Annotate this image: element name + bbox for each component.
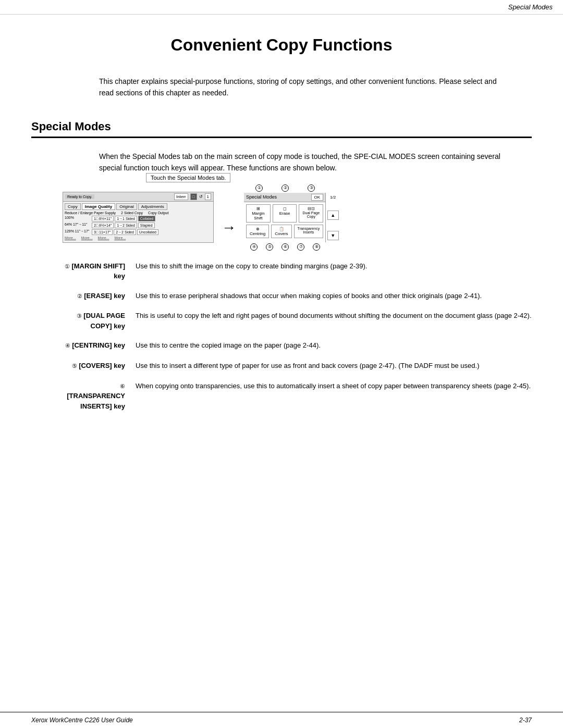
sp-row-2: ⊕ Centring 📋 Covers Transparency Inserts <box>246 225 323 238</box>
panel-ready-text: Ready to Copy. <box>65 194 94 199</box>
panel-row-3: 129% 11"→17" 3□ 11×17" 2→2 Sided Uncolla… <box>65 229 212 235</box>
diagram-flex: Ready to Copy. Interr □ ↺ 1 Copy Image Q… <box>63 184 532 251</box>
right-arrow-icon: → <box>222 219 236 236</box>
desc-key-1: ① [MARGIN SHIFT]key <box>31 261 136 281</box>
num-6: ⑥ <box>282 243 289 251</box>
desc-key-2: ② [ERASE] key <box>31 291 136 301</box>
btn-collated[interactable]: Collated <box>138 216 156 221</box>
desc-val-5: Use this to insert a different type of p… <box>136 361 532 372</box>
intro-paragraph: This chapter explains special-purpose fu… <box>99 76 500 99</box>
desc-item-3: ③ [DUAL PAGECOPY] key This is useful to … <box>31 311 532 331</box>
desc-item-1: ① [MARGIN SHIFT]key Use this to shift th… <box>31 261 532 281</box>
tab-original[interactable]: Original <box>116 203 137 210</box>
erase-btn[interactable]: ◻ Erase <box>273 204 297 223</box>
page-indicator: 1/2 <box>330 195 336 200</box>
panel-top-bar: Ready to Copy. Interr □ ↺ 1 <box>63 192 213 202</box>
desc-key-3: ③ [DUAL PAGECOPY] key <box>31 311 136 331</box>
top-bar: Special Modes <box>0 0 563 15</box>
page-content: Convenient Copy Functions This chapter e… <box>0 15 563 452</box>
tab-copy[interactable]: Copy <box>65 203 81 210</box>
tab-adjustments[interactable]: Adjustments <box>138 203 167 210</box>
margin-shift-btn[interactable]: ⊞ Margin Shift <box>246 204 271 223</box>
desc-key-5: ⑤ [COVERS] key <box>31 361 136 371</box>
btn-stapled[interactable]: Stapled <box>138 223 155 228</box>
num-7: ⑦ <box>297 243 304 251</box>
header-title: Special Modes <box>508 3 553 11</box>
sp-header: Special Modes OK <box>244 193 325 202</box>
desc-val-3: This is useful to copy the left and righ… <box>136 311 532 322</box>
section-description: When the Special Modes tab on the main s… <box>99 151 500 174</box>
desc-val-4: Use this to centre the copied image on t… <box>136 340 532 351</box>
more-2[interactable]: More... <box>81 236 93 240</box>
num-5: ⑤ <box>266 243 273 251</box>
special-modes-panel: ① ② ③ Special Modes OK ⊞ <box>244 184 340 251</box>
num-8: ⑧ <box>313 243 320 251</box>
up-button[interactable]: ▲ <box>327 211 339 220</box>
main-title: Convenient Copy Functions <box>31 35 532 55</box>
desc-item-2: ② [ERASE] key Use this to erase peripher… <box>31 291 532 302</box>
btn-8x11[interactable]: 1□ 8½×11" <box>92 216 114 221</box>
desc-val-6: When copying onto transparencies, use th… <box>136 381 532 392</box>
num-2: ② <box>282 184 289 192</box>
panel-row-more: More... More... More... More... <box>65 236 212 240</box>
btn-12sided[interactable]: 1→2 Sided <box>115 223 137 228</box>
down-button[interactable]: ▼ <box>327 231 339 240</box>
footer-right: 2-37 <box>519 717 532 724</box>
panel-row-1: 100% 1□ 8½×11" 1→1 Sided Collated <box>65 216 212 221</box>
centring-btn[interactable]: ⊕ Centring <box>246 225 269 238</box>
transparency-inserts-btn[interactable]: Transparency Inserts <box>294 225 324 238</box>
more-4[interactable]: More... <box>114 236 126 240</box>
desc-val-2: Use this to erase peripheral shadows tha… <box>136 291 532 302</box>
footer-left: Xerox WorkCentre C226 User Guide <box>31 717 133 724</box>
btn-1sided[interactable]: 1→1 Sided <box>115 216 137 221</box>
sp-body: ⊞ Margin Shift ◻ Erase ⊟⊡ Dual Page <box>244 202 325 242</box>
footer: Xerox WorkCentre C226 User Guide 2-37 <box>0 712 563 728</box>
diagram-wrapper: Touch the Special Modes tab. Ready to Co… <box>31 184 532 251</box>
covers-btn[interactable]: 📋 Covers <box>271 225 291 238</box>
touch-panel: Ready to Copy. Interr □ ↺ 1 Copy Image Q… <box>63 192 214 243</box>
desc-key-4: ④ [CENTRING] key <box>31 340 136 351</box>
num-4: ④ <box>250 243 258 251</box>
btn-11x17[interactable]: 3□ 11×17" <box>92 229 113 235</box>
num-3: ③ <box>308 184 315 192</box>
tab-image-quality[interactable]: Image Quality <box>82 203 115 210</box>
desc-item-5: ⑤ [COVERS] key Use this to insert a diff… <box>31 361 532 372</box>
callout-box: Touch the Special Modes tab. <box>146 173 230 182</box>
sp-side-panel: 1/2 ▲ ▼ <box>325 193 340 242</box>
sp-row-1: ⊞ Margin Shift ◻ Erase ⊟⊡ Dual Page <box>246 204 323 223</box>
more-1[interactable]: More... <box>65 236 76 240</box>
panel-body: Copy Image Quality Original Adjustments … <box>63 202 213 242</box>
btn-22sided[interactable]: 2→2 Sided <box>114 229 136 235</box>
more-3[interactable]: More... <box>98 236 109 240</box>
desc-item-4: ④ [CENTRING] key Use this to centre the … <box>31 340 532 351</box>
btn-8x14[interactable]: 2□ 8½×14" <box>92 223 114 228</box>
num-1: ① <box>255 184 263 192</box>
panel-tabs: Copy Image Quality Original Adjustments <box>65 203 212 210</box>
section-title: Special Modes <box>31 120 532 138</box>
panel-row-2: 64% 17"→11" 2□ 8½×14" 1→2 Sided Stapled <box>65 223 212 228</box>
btn-uncollated[interactable]: Uncollated <box>137 229 158 235</box>
desc-val-1: Use this to shift the image on the copy … <box>136 261 532 272</box>
dual-page-copy-btn[interactable]: ⊟⊡ Dual Page Copy <box>299 204 323 223</box>
desc-item-6: ⑥ [TRANSPARENCYINSERTS] key When copying… <box>31 381 532 412</box>
description-list: ① [MARGIN SHIFT]key Use this to shift th… <box>31 261 532 412</box>
ok-button[interactable]: OK <box>311 194 324 201</box>
desc-key-6: ⑥ [TRANSPARENCYINSERTS] key <box>31 381 136 412</box>
sp-title: Special Modes <box>246 194 277 200</box>
panel-header-row: Reduce / Enlarge Paper Supply 2 Sided Co… <box>65 211 212 215</box>
arrow-container: → <box>222 219 236 236</box>
